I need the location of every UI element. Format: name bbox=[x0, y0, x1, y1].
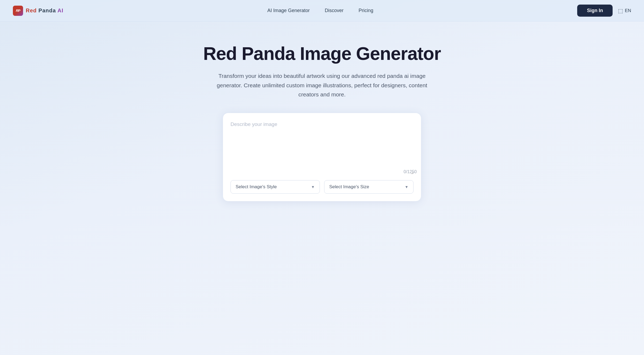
header: RP Red Panda AI AI Image Generator Disco… bbox=[0, 0, 644, 21]
hero-section: Red Panda Image Generator Transform your… bbox=[0, 21, 644, 212]
style-dropdown-label: Select Image's Style bbox=[236, 184, 277, 190]
hero-subtitle: Transform your ideas into beautiful artw… bbox=[207, 71, 437, 99]
language-button[interactable]: ⬚ EN bbox=[618, 8, 631, 14]
size-dropdown[interactable]: Select Image's Size ▼ bbox=[324, 180, 414, 194]
size-dropdown-label: Select Image's Size bbox=[329, 184, 369, 190]
nav-item-discover[interactable]: Discover bbox=[325, 8, 343, 13]
card-controls: Select Image's Style ▼ Select Image's Si… bbox=[230, 180, 414, 194]
main-nav: AI Image Generator Discover Pricing bbox=[267, 8, 373, 13]
logo-badge: RP bbox=[13, 6, 23, 16]
generator-card: 0/1250 Select Image's Style ▼ Select Ima… bbox=[223, 113, 421, 201]
header-right: Sign In ⬚ EN bbox=[577, 5, 631, 17]
sign-in-button[interactable]: Sign In bbox=[577, 5, 613, 17]
logo[interactable]: RP Red Panda AI bbox=[13, 6, 63, 16]
logo-text: Red Panda AI bbox=[26, 8, 63, 14]
style-dropdown-arrow: ▼ bbox=[311, 185, 315, 189]
lang-label: EN bbox=[625, 8, 631, 13]
nav-item-ai-image-generator[interactable]: AI Image Generator bbox=[267, 8, 310, 13]
size-dropdown-arrow: ▼ bbox=[405, 185, 408, 189]
nav-item-pricing[interactable]: Pricing bbox=[358, 8, 373, 13]
style-dropdown[interactable]: Select Image's Style ▼ bbox=[230, 180, 320, 194]
translate-icon: ⬚ bbox=[618, 8, 623, 14]
hero-title: Red Panda Image Generator bbox=[203, 43, 441, 64]
prompt-textarea[interactable] bbox=[230, 121, 414, 174]
